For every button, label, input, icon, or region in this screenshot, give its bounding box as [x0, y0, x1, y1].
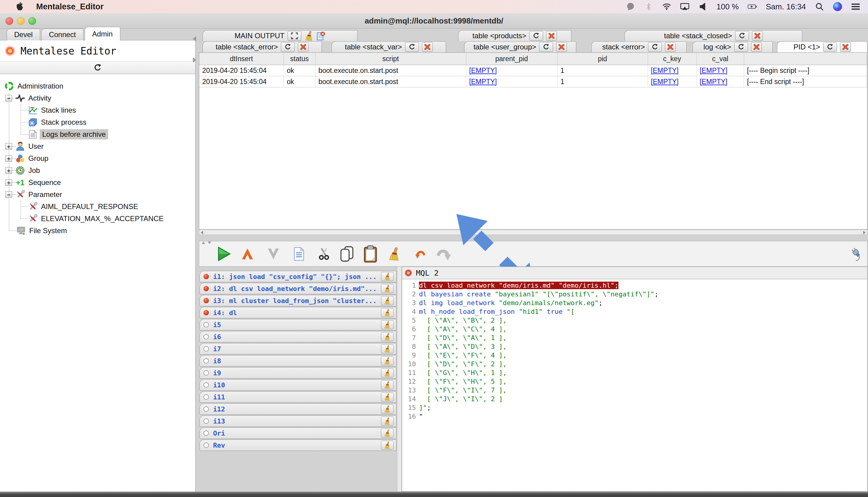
code-line[interactable]: 15]"; [402, 403, 867, 412]
minimize-window-button[interactable] [17, 17, 25, 25]
output-tab-main-output[interactable]: MAIN OUTPUT [202, 30, 358, 41]
sidebar-item-sequence[interactable]: ++1Sequence [0, 176, 195, 188]
scroll-right-icon[interactable] [863, 231, 866, 235]
code-line[interactable]: 11 [ \"G\", \"H\", 1 ], [402, 368, 867, 377]
code-line[interactable]: 10 [ \"D\", \"F\", 2 ], [402, 360, 867, 368]
output-tab-table-stack-closed-[interactable]: table <stack_closed> [625, 30, 802, 41]
code-text[interactable]: [ \"A\", \"D\", 3 ], [419, 343, 507, 350]
refresh-tab-button[interactable] [281, 42, 295, 52]
refresh-tab-button[interactable] [734, 42, 748, 52]
sidebar-item-stack-process[interactable]: Stack process [0, 116, 195, 128]
script-item-i3[interactable]: i3: ml cluster load_from_json "cluster..… [199, 295, 396, 306]
close-tab-button[interactable] [298, 42, 309, 52]
code-text[interactable]: [ \"J\", \"I\", 2 ] [419, 395, 503, 403]
sidebar-item-job[interactable]: +Job [0, 165, 195, 176]
collapse-left-icon[interactable] [193, 36, 196, 42]
script-item-i12[interactable]: i12 [199, 403, 396, 415]
scroll-left-icon[interactable] [201, 231, 203, 235]
sidebar-item-logs-before-archive[interactable]: Logs before archive [0, 128, 195, 140]
battery-percent[interactable]: 100 % [716, 2, 739, 12]
output-tab-log-ok-[interactable]: log <ok> [692, 41, 773, 53]
sidebar-item-administration[interactable]: Administration [0, 80, 195, 92]
close-tab-button[interactable] [840, 42, 851, 52]
clean-script-button[interactable] [381, 429, 394, 438]
script-item-i11[interactable]: i11 [199, 391, 396, 403]
refresh-tab-button[interactable] [735, 31, 749, 41]
caret-up-icon[interactable] [201, 242, 205, 244]
bluetooth-icon[interactable] [644, 2, 653, 11]
clean-script-button[interactable] [381, 320, 394, 329]
code-text[interactable]: ml h_node load_from_json "hid1" true "[ [419, 308, 575, 315]
run-button[interactable] [217, 247, 231, 261]
code-text[interactable]: [ \"A\", \"B\", 2 ], [419, 316, 507, 324]
output-tab-stack-error-[interactable]: stack <error> [591, 41, 687, 53]
undo-button[interactable] [415, 248, 426, 259]
refresh-icon[interactable] [94, 64, 101, 72]
close-doc-icon[interactable] [317, 31, 325, 41]
output-tab-table-products-[interactable]: table <products> [458, 30, 571, 41]
menubar-app-name[interactable]: Mentalese_Editor [36, 2, 104, 12]
output-tab-pid-1-[interactable]: PID <1> [777, 41, 867, 53]
tab-devel[interactable]: Devel [6, 29, 40, 40]
battery-charging-icon[interactable] [748, 2, 757, 11]
code-text[interactable]: [ \"A\", \"C\", 4 ], [419, 325, 507, 333]
clean-script-button[interactable] [381, 296, 394, 305]
code-text[interactable]: dl img load_network "demo/animals/networ… [419, 299, 602, 307]
close-tab-button[interactable] [546, 31, 557, 41]
clean-script-button[interactable] [381, 441, 394, 450]
connector-icon[interactable] [850, 245, 864, 262]
code-line[interactable]: 16" [402, 412, 867, 421]
close-tab-button[interactable] [751, 42, 762, 52]
script-item-i8[interactable]: i8 [199, 355, 396, 367]
code-line[interactable]: 9 [ \"E\", \"F\", 4 ], [402, 351, 867, 360]
code-text[interactable]: [ \"D\", \"F\", 2 ], [419, 360, 507, 368]
script-item-i5[interactable]: i5 [199, 319, 396, 330]
close-window-button[interactable] [5, 17, 13, 25]
code-text[interactable]: [ \"G\", \"H\", 1 ], [419, 369, 507, 377]
script-item-ori[interactable]: Ori [199, 427, 396, 439]
tab-admin[interactable]: Admin [85, 27, 120, 41]
script-item-rev[interactable]: Rev [199, 439, 396, 451]
code-text[interactable]: [ \"D\", \"A\", 1 ], [419, 334, 507, 342]
sidebar-item-elevation-max-acceptance[interactable]: ELEVATION_MAX_%_ACCEPTANCE [0, 213, 195, 225]
redo-button[interactable] [435, 246, 451, 262]
code-line-highlighted[interactable]: 1dl csv load_network "demo/iris.md" "dem… [402, 281, 867, 290]
clean-icon[interactable] [304, 31, 313, 41]
output-tab-table-stack-var-[interactable]: table <stack_var> [332, 41, 446, 53]
script-item-i2[interactable]: i2: dl csv load_network "demo/iris.md"..… [199, 283, 396, 294]
sidebar-item-parameter[interactable]: −Parameter [0, 188, 195, 201]
mql-editor[interactable]: MQL 2 1dl csv load_network "demo/iris.md… [402, 267, 867, 492]
copy-button[interactable] [340, 246, 354, 262]
refresh-tab-button[interactable] [529, 31, 543, 41]
script-item-i13[interactable]: i13 [199, 415, 396, 427]
script-item-i1[interactable]: i1: json load "csv_config" "{}"; json ..… [199, 271, 396, 282]
table-row[interactable]: 2019-04-20 15:45:04okboot.execute.on.sta… [199, 65, 867, 76]
code-line[interactable]: 7 [ \"D\", \"A\", 1 ], [402, 333, 867, 342]
clean-script-button[interactable] [381, 272, 394, 281]
code-line[interactable]: 2dl bayesian create "bayesian1" "[\"posi… [402, 290, 867, 298]
sidebar-item-file-system[interactable]: File System [0, 225, 195, 237]
script-item-i6[interactable]: i6 [199, 331, 396, 342]
code-line[interactable]: 3dl img load_network "demo/animals/netwo… [402, 298, 867, 307]
tab-connect[interactable]: Connect [41, 29, 83, 40]
clean-button[interactable] [387, 247, 402, 260]
close-tab-button[interactable] [752, 31, 763, 41]
siri-icon[interactable] [833, 2, 842, 11]
refresh-tab-button[interactable] [648, 42, 662, 52]
clean-script-button[interactable] [381, 368, 394, 378]
clean-script-button[interactable] [381, 416, 394, 426]
clean-script-button[interactable] [381, 393, 394, 401]
code-line[interactable]: 12 [ \"F\", \"H\", 5 ], [402, 377, 867, 386]
clock[interactable]: Sam. 16:34 [766, 2, 806, 12]
apple-menu-icon[interactable] [16, 2, 24, 11]
code-text[interactable]: [ \"F\", \"H\", 5 ], [419, 378, 507, 385]
volume-icon[interactable] [698, 2, 708, 11]
clean-script-button[interactable] [381, 404, 394, 414]
sidebar-item-group[interactable]: +Group [0, 153, 195, 165]
table-row[interactable]: 2019-04-20 15:45:04okboot.execute.on.sta… [199, 76, 867, 87]
code-text[interactable]: [ \"F\", \"I\", 7 ], [419, 386, 507, 394]
cut-button[interactable] [318, 247, 330, 261]
move-down-button[interactable] [267, 246, 279, 261]
menu-list-icon[interactable] [851, 2, 860, 11]
code-line[interactable]: 4ml h_node load_from_json "hid1" true "[ [402, 307, 867, 316]
